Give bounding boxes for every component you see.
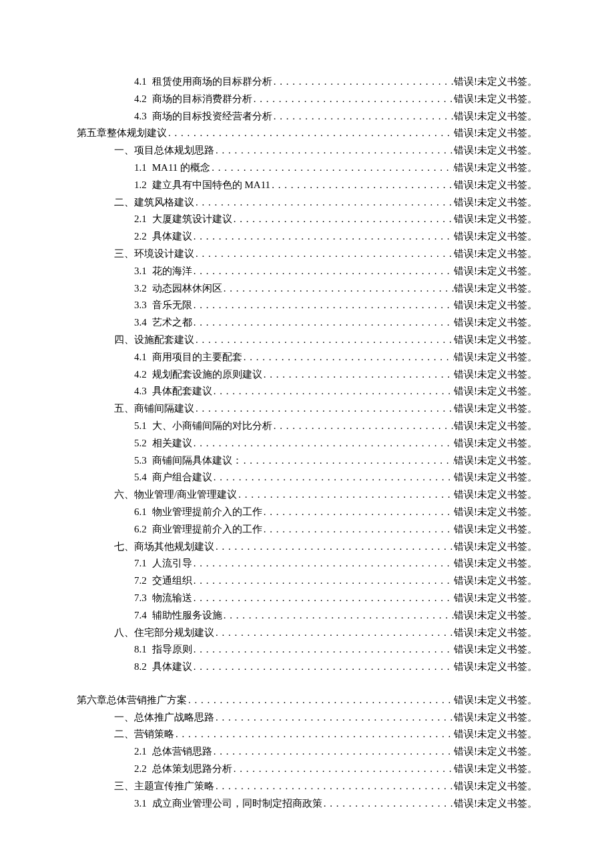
toc-entry: 3.4艺术之都错误!未定义书签。 — [77, 314, 537, 332]
toc-title: 总体策划思路分析 — [152, 761, 232, 778]
toc-leader-dots — [214, 538, 454, 556]
toc-page-ref: 错误!未定义书签。 — [454, 297, 537, 314]
toc-leader-dots — [194, 194, 454, 211]
toc-num: 4.2 — [134, 91, 147, 108]
toc-title: 交通组织 — [152, 572, 192, 590]
toc-entry: 7.1人流引导错误!未定义书签。 — [77, 555, 537, 572]
toc-num: 5.4 — [134, 469, 147, 486]
toc-title: 二、建筑风格建议 — [114, 194, 194, 211]
toc-leader-dots — [272, 73, 454, 91]
toc-leader-dots — [214, 624, 454, 642]
toc-title: 五、商铺间隔建议 — [114, 400, 194, 418]
toc-leader-dots — [222, 280, 454, 298]
toc-num: 7.4 — [134, 607, 147, 624]
toc-entry: 4.1商用项目的主要配套错误!未定义书签。 — [77, 349, 537, 366]
toc-num: 3.4 — [134, 314, 147, 332]
toc-page-ref: 错误!未定义书签。 — [454, 418, 537, 435]
toc-num: 5.2 — [134, 435, 147, 452]
toc-entry: 五、商铺间隔建议错误!未定义书签。 — [77, 400, 537, 418]
toc-title: 物业管理提前介入的工作 — [152, 504, 262, 521]
toc-page-ref: 错误!未定义书签。 — [454, 659, 537, 676]
toc-title: 音乐无限 — [152, 297, 192, 314]
toc-page-ref: 错误!未定义书签。 — [454, 177, 537, 194]
toc-num: 4.1 — [134, 73, 147, 91]
toc-page-ref: 错误!未定义书签。 — [454, 726, 537, 743]
toc-leader-dots — [214, 709, 454, 727]
toc-entry: 5.3商铺间隔具体建议：错误!未定义书签。 — [77, 452, 537, 470]
toc-entry: 第六章总体营销推广方案错误!未定义书签。 — [77, 692, 537, 709]
toc-leader-dots — [210, 159, 454, 177]
toc-title: 大厦建筑设计建议 — [152, 211, 232, 228]
toc-page-ref: 错误!未定义书签。 — [454, 246, 537, 263]
toc-entry: 6.2商业管理提前介入的工作错误!未定义书签。 — [77, 521, 537, 538]
toc-page-ref: 错误!未定义书签。 — [454, 383, 537, 400]
toc-leader-dots — [222, 607, 454, 624]
toc-title: 总体营销思路 — [152, 743, 212, 761]
toc-leader-dots — [192, 435, 454, 452]
toc-page-ref: 错误!未定义书签。 — [454, 521, 537, 538]
toc-num: 2.1 — [134, 211, 147, 228]
toc-leader-dots — [192, 314, 454, 332]
toc-page-ref: 错误!未定义书签。 — [454, 142, 537, 159]
toc-title: 二、营销策略 — [114, 726, 174, 743]
toc-title: 辅助性服务设施 — [152, 607, 222, 624]
toc-page-ref: 错误!未定义书签。 — [454, 211, 537, 228]
toc-title: 人流引导 — [152, 555, 192, 572]
toc-entry: 四、设施配套建议错误!未定义书签。 — [77, 332, 537, 349]
toc-leader-dots — [242, 452, 454, 470]
toc-entry: 8.1指导原则错误!未定义书签。 — [77, 641, 537, 659]
toc-page-ref: 错误!未定义书签。 — [454, 624, 537, 642]
toc-title: 一、总体推广战略思路 — [114, 709, 214, 727]
toc-title: 具体配套建议 — [152, 383, 212, 400]
section-spacer — [77, 676, 537, 692]
toc-title: 一、项目总体规划思路 — [114, 142, 214, 159]
toc-page-ref: 错误!未定义书签。 — [454, 692, 537, 709]
toc-title: 商用项目的主要配套 — [152, 349, 242, 366]
toc-num: 6.2 — [134, 521, 147, 538]
toc-leader-dots — [262, 521, 454, 538]
toc-page-ref: 错误!未定义书签。 — [454, 332, 537, 349]
toc-entry: 2.1大厦建筑设计建议错误!未定义书签。 — [77, 211, 537, 228]
toc-entry: 二、营销策略错误!未定义书签。 — [77, 726, 537, 743]
toc-page-ref: 错误!未定义书签。 — [454, 349, 537, 366]
toc-page-ref: 错误!未定义书签。 — [454, 73, 537, 91]
toc-entry: 1.1MA11 的概念错误!未定义书签。 — [77, 159, 537, 177]
toc-title: 第六章总体营销推广方案 — [77, 692, 187, 709]
toc-title: 具体建议 — [152, 228, 192, 246]
toc-num: 5.3 — [134, 452, 147, 470]
toc-title: 八、住宅部分规划建议 — [114, 624, 214, 642]
toc-page-ref: 错误!未定义书签。 — [454, 538, 537, 556]
toc-page-ref: 错误!未定义书签。 — [454, 469, 537, 486]
toc-entry: 7.2交通组织错误!未定义书签。 — [77, 572, 537, 590]
toc-leader-dots — [232, 761, 454, 778]
toc-page-ref: 错误!未定义书签。 — [454, 159, 537, 177]
toc-entry: 5.1大、小商铺间隔的对比分析错误!未定义书签。 — [77, 418, 537, 435]
toc-num: 1.1 — [134, 159, 147, 177]
toc-leader-dots — [192, 659, 454, 676]
toc-title: 租赁使用商场的目标群分析 — [152, 73, 272, 91]
toc-num: 2.2 — [134, 228, 147, 246]
toc-page-ref: 错误!未定义书签。 — [454, 108, 537, 125]
toc-entry: 7.4辅助性服务设施错误!未定义书签。 — [77, 607, 537, 624]
toc-num: 3.2 — [134, 280, 147, 298]
toc-page-ref: 错误!未定义书签。 — [454, 280, 537, 298]
toc-page-ref: 错误!未定义书签。 — [454, 366, 537, 384]
toc-title: 三、环境设计建议 — [114, 246, 194, 263]
toc-entry: 三、环境设计建议错误!未定义书签。 — [77, 246, 537, 263]
toc-entry: 3.1花的海洋错误!未定义书签。 — [77, 263, 537, 280]
toc-title: 物流输送 — [152, 590, 192, 607]
toc-entry: 5.2相关建议错误!未定义书签。 — [77, 435, 537, 452]
toc-leader-dots — [192, 590, 454, 607]
toc-page-ref: 错误!未定义书签。 — [454, 504, 537, 521]
toc-entry: 八、住宅部分规划建议错误!未定义书签。 — [77, 624, 537, 642]
table-of-contents: 4.1租赁使用商场的目标群分析错误!未定义书签。4.2商场的目标消费群分析错误!… — [77, 73, 537, 812]
toc-leader-dots — [252, 91, 454, 108]
toc-entry: 4.3商场的目标投资经营者分析错误!未定义书签。 — [77, 108, 537, 125]
toc-page-ref: 错误!未定义书签。 — [454, 761, 537, 778]
toc-leader-dots — [192, 297, 454, 314]
toc-title: 建立具有中国特色的 MA11 — [152, 177, 270, 194]
toc-leader-dots — [322, 795, 454, 813]
toc-leader-dots — [212, 469, 454, 486]
toc-title: 大、小商铺间隔的对比分析 — [152, 418, 272, 435]
toc-leader-dots — [214, 778, 454, 795]
